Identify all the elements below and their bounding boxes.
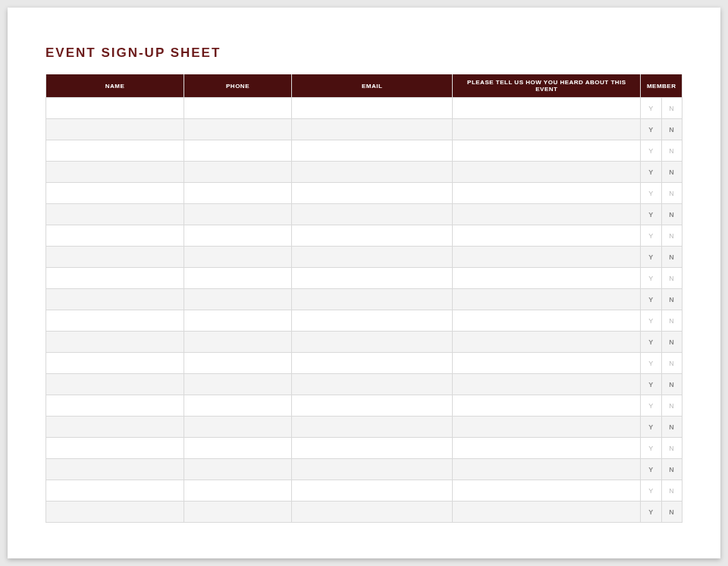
table-cell[interactable] <box>46 395 184 417</box>
table-cell[interactable] <box>46 310 184 332</box>
member-yes-cell[interactable]: Y <box>641 374 661 395</box>
member-yes-cell[interactable]: Y <box>641 162 661 183</box>
table-cell[interactable] <box>291 417 453 438</box>
table-cell[interactable] <box>453 310 641 332</box>
member-yes-cell[interactable]: Y <box>641 247 661 268</box>
member-no-cell[interactable]: N <box>661 395 682 417</box>
table-cell[interactable] <box>291 353 453 374</box>
table-cell[interactable] <box>291 480 453 502</box>
table-cell[interactable] <box>184 183 292 204</box>
member-no-cell[interactable]: N <box>661 332 682 353</box>
member-yes-cell[interactable]: Y <box>641 310 661 332</box>
table-cell[interactable] <box>453 98 641 119</box>
member-no-cell[interactable]: N <box>661 417 682 438</box>
table-cell[interactable] <box>453 204 641 225</box>
table-cell[interactable] <box>453 353 641 374</box>
table-cell[interactable] <box>291 502 453 523</box>
table-cell[interactable] <box>184 353 292 374</box>
table-cell[interactable] <box>184 140 292 162</box>
table-cell[interactable] <box>184 289 292 310</box>
table-cell[interactable] <box>453 480 641 502</box>
member-yes-cell[interactable]: Y <box>641 183 661 204</box>
member-no-cell[interactable]: N <box>661 310 682 332</box>
table-cell[interactable] <box>46 183 184 204</box>
member-yes-cell[interactable]: Y <box>641 417 661 438</box>
table-cell[interactable] <box>291 204 453 225</box>
table-cell[interactable] <box>291 162 453 183</box>
table-cell[interactable] <box>291 332 453 353</box>
table-cell[interactable] <box>46 459 184 480</box>
table-cell[interactable] <box>453 438 641 459</box>
table-cell[interactable] <box>291 98 453 119</box>
table-cell[interactable] <box>184 374 292 395</box>
table-cell[interactable] <box>453 502 641 523</box>
member-no-cell[interactable]: N <box>661 459 682 480</box>
table-cell[interactable] <box>453 268 641 289</box>
member-yes-cell[interactable]: Y <box>641 438 661 459</box>
member-no-cell[interactable]: N <box>661 438 682 459</box>
table-cell[interactable] <box>291 395 453 417</box>
table-cell[interactable] <box>291 183 453 204</box>
member-yes-cell[interactable]: Y <box>641 395 661 417</box>
table-cell[interactable] <box>46 119 184 140</box>
table-cell[interactable] <box>184 247 292 268</box>
table-cell[interactable] <box>184 162 292 183</box>
table-cell[interactable] <box>46 204 184 225</box>
member-no-cell[interactable]: N <box>661 502 682 523</box>
table-cell[interactable] <box>291 268 453 289</box>
member-no-cell[interactable]: N <box>661 289 682 310</box>
table-cell[interactable] <box>291 225 453 247</box>
member-no-cell[interactable]: N <box>661 268 682 289</box>
member-yes-cell[interactable]: Y <box>641 502 661 523</box>
table-cell[interactable] <box>453 183 641 204</box>
member-yes-cell[interactable]: Y <box>641 140 661 162</box>
member-no-cell[interactable]: N <box>661 140 682 162</box>
member-yes-cell[interactable]: Y <box>641 353 661 374</box>
table-cell[interactable] <box>184 395 292 417</box>
member-no-cell[interactable]: N <box>661 374 682 395</box>
member-yes-cell[interactable]: Y <box>641 225 661 247</box>
member-yes-cell[interactable]: Y <box>641 119 661 140</box>
member-no-cell[interactable]: N <box>661 353 682 374</box>
member-yes-cell[interactable]: Y <box>641 98 661 119</box>
table-cell[interactable] <box>184 438 292 459</box>
table-cell[interactable] <box>184 417 292 438</box>
member-no-cell[interactable]: N <box>661 247 682 268</box>
table-cell[interactable] <box>453 289 641 310</box>
table-cell[interactable] <box>291 119 453 140</box>
table-cell[interactable] <box>291 310 453 332</box>
table-cell[interactable] <box>46 225 184 247</box>
member-no-cell[interactable]: N <box>661 204 682 225</box>
table-cell[interactable] <box>453 247 641 268</box>
table-cell[interactable] <box>453 417 641 438</box>
table-cell[interactable] <box>184 459 292 480</box>
table-cell[interactable] <box>184 480 292 502</box>
table-cell[interactable] <box>46 247 184 268</box>
member-no-cell[interactable]: N <box>661 183 682 204</box>
table-cell[interactable] <box>453 374 641 395</box>
table-cell[interactable] <box>184 98 292 119</box>
table-cell[interactable] <box>46 162 184 183</box>
table-cell[interactable] <box>46 502 184 523</box>
member-no-cell[interactable]: N <box>661 98 682 119</box>
table-cell[interactable] <box>46 353 184 374</box>
member-no-cell[interactable]: N <box>661 162 682 183</box>
member-yes-cell[interactable]: Y <box>641 480 661 502</box>
table-cell[interactable] <box>184 204 292 225</box>
table-cell[interactable] <box>184 268 292 289</box>
table-cell[interactable] <box>184 225 292 247</box>
table-cell[interactable] <box>291 374 453 395</box>
table-cell[interactable] <box>46 374 184 395</box>
table-cell[interactable] <box>291 289 453 310</box>
table-cell[interactable] <box>184 310 292 332</box>
table-cell[interactable] <box>453 140 641 162</box>
member-yes-cell[interactable]: Y <box>641 204 661 225</box>
table-cell[interactable] <box>46 332 184 353</box>
table-cell[interactable] <box>46 417 184 438</box>
table-cell[interactable] <box>46 140 184 162</box>
member-no-cell[interactable]: N <box>661 225 682 247</box>
table-cell[interactable] <box>453 162 641 183</box>
member-yes-cell[interactable]: Y <box>641 268 661 289</box>
table-cell[interactable] <box>291 438 453 459</box>
table-cell[interactable] <box>291 247 453 268</box>
